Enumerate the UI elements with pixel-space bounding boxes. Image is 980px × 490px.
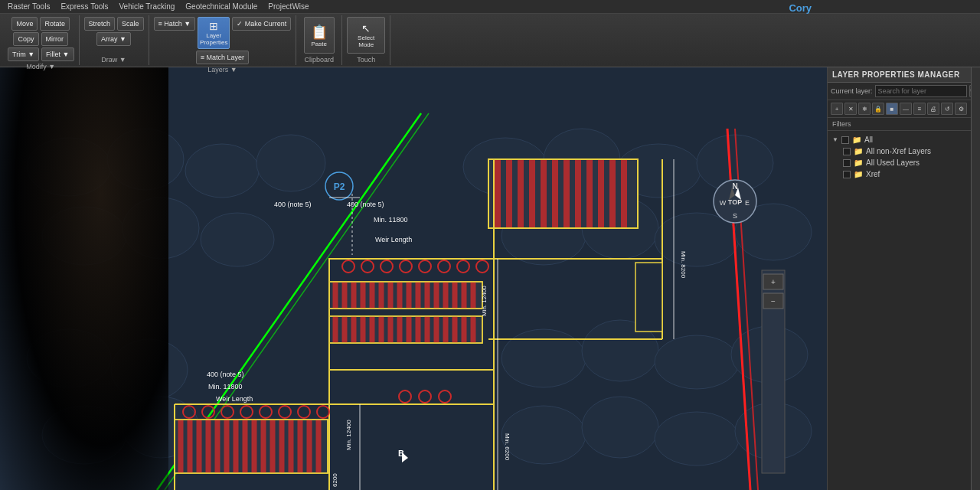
svg-text:Min. 8200: Min. 8200: [680, 251, 687, 279]
layer-tree: ▼ 📁 All 📁 All non-Xref Layers 📁 All Used…: [828, 131, 980, 490]
menu-bar: Raster Tools Express Tools Vehicle Track…: [0, 0, 980, 14]
svg-text:Weir Length: Weir Length: [216, 395, 253, 403]
svg-text:Weir Length: Weir Length: [375, 236, 412, 243]
menu-vehicle-tracking[interactable]: Vehicle Tracking: [114, 2, 179, 11]
delete-layer-btn[interactable]: ✕: [844, 103, 857, 115]
svg-point-2: [107, 129, 184, 190]
tree-checkbox-xref[interactable]: [843, 171, 851, 178]
tree-folder-icon-non-xref: 📁: [854, 147, 863, 155]
tree-checkbox-all[interactable]: [841, 136, 849, 144]
tree-folder-icon-used: 📁: [854, 158, 863, 167]
svg-point-26: [655, 412, 739, 466]
lock-btn[interactable]: 🔒: [872, 103, 884, 115]
toolbar-group-clipboard: 📋 Paste Clipboard: [296, 15, 342, 65]
menu-geotechnical-module[interactable]: Geotechnical Module: [181, 2, 262, 11]
menu-express-tools[interactable]: Express Tools: [56, 2, 113, 11]
svg-text:Min. 11800: Min. 11800: [374, 216, 408, 224]
tree-item-used[interactable]: 📁 All Used Layers: [843, 157, 975, 168]
tree-folder-icon: 📁: [852, 136, 861, 144]
tree-item-non-xref[interactable]: 📁 All non-Xref Layers: [843, 145, 975, 157]
svg-rect-112: [635, 263, 662, 332]
svg-text:P2: P2: [334, 181, 345, 192]
btn-array[interactable]: Array ▼: [96, 32, 131, 46]
btn-trim[interactable]: Trim ▼: [8, 47, 39, 61]
svg-text:Min. 11800: Min. 11800: [208, 383, 243, 390]
tree-item-label-used: All Used Layers: [866, 158, 920, 167]
svg-text:+: +: [771, 278, 776, 286]
layer-properties-panel: LAYER PROPERTIES MANAGER Current layer: …: [827, 67, 980, 490]
panel-toolbar: + ✕ ❄ 🔒 ■ — ≡ 🖨 ↺ ⚙: [828, 100, 980, 118]
toolbar-group-draw: Move Rotate Copy Mirror Trim ▼ Fillet ▼ …: [3, 15, 80, 65]
menu-raster-tools[interactable]: Raster Tools: [3, 2, 54, 11]
btn-scale[interactable]: Scale: [117, 17, 144, 31]
svg-text:N: N: [732, 182, 737, 191]
btn-layer-properties[interactable]: ⊞ LayerProperties: [198, 17, 230, 49]
btn-move[interactable]: Move: [11, 17, 38, 31]
btn-select-mode[interactable]: ↖ SelectMode: [347, 17, 385, 54]
svg-point-1: [27, 138, 111, 196]
svg-text:400 (note 5): 400 (note 5): [274, 201, 312, 208]
svg-text:Min. 6200: Min. 6200: [504, 433, 511, 461]
svg-point-9: [42, 207, 126, 265]
color-btn[interactable]: ■: [886, 103, 898, 115]
group-label-layers: Layers ▼: [207, 64, 237, 74]
svg-text:E: E: [745, 199, 750, 207]
freeze-btn[interactable]: ❄: [858, 103, 871, 115]
settings-btn[interactable]: ⚙: [955, 103, 967, 115]
btn-copy[interactable]: Copy: [13, 32, 38, 46]
svg-text:Min. 12400: Min. 12400: [481, 286, 488, 316]
svg-point-20: [655, 335, 739, 389]
btn-hatch[interactable]: ≡ Hatch ▼: [154, 17, 196, 31]
group-label-touch: Touch: [357, 54, 375, 64]
lineweight-btn[interactable]: ≡: [913, 103, 926, 115]
toolbar-group-touch: ↖ SelectMode Touch: [342, 15, 390, 65]
group-label-draw: Draw ▼: [101, 54, 126, 64]
filters-label: Filters: [828, 118, 980, 131]
svg-point-4: [256, 135, 325, 191]
tree-checkbox-non-xref[interactable]: [843, 148, 851, 155]
btn-fillet[interactable]: Fillet ▼: [41, 47, 74, 61]
btn-match-layer[interactable]: ≡ Match Layer: [196, 51, 249, 64]
tree-checkbox-used[interactable]: [843, 159, 851, 167]
tree-item-label-xref: Xref: [866, 170, 880, 178]
refresh-btn[interactable]: ↺: [941, 103, 953, 115]
menu-projectwise[interactable]: ProjectWise: [263, 2, 313, 11]
svg-point-11: [201, 213, 274, 266]
current-layer-label: Current layer:: [831, 87, 873, 95]
svg-text:400 (note 5): 400 (note 5): [207, 371, 244, 378]
svg-text:W: W: [720, 199, 727, 207]
svg-text:−: −: [771, 297, 776, 305]
svg-text:TOP: TOP: [728, 198, 742, 206]
svg-text:Min. 12400: Min. 12400: [345, 420, 352, 450]
btn-stretch[interactable]: Stretch: [84, 17, 116, 31]
tree-item-label-non-xref: All non-Xref Layers: [866, 147, 931, 155]
toolbar-group-layers: ≡ Hatch ▼ ⊞ LayerProperties ✓ Make Curre…: [149, 15, 297, 65]
btn-make-current[interactable]: ✓ Make Current: [232, 17, 291, 31]
main-area: P2 400 (note 5) 400 (note 5) Min. 11800 …: [0, 67, 980, 490]
linetype-btn[interactable]: —: [900, 103, 912, 115]
group-label-clipboard: Clipboard: [304, 54, 334, 64]
svg-point-24: [501, 406, 586, 464]
tree-folder-icon-xref: 📁: [854, 170, 863, 178]
toolbar: Move Rotate Copy Mirror Trim ▼ Fillet ▼ …: [0, 14, 980, 67]
toolbar-group-draw2: Stretch Scale Array ▼ Draw ▼: [80, 15, 149, 65]
layer-search-input[interactable]: [875, 85, 967, 97]
group-label-modify: Modify ▼: [26, 61, 55, 70]
svg-point-22: [42, 406, 126, 464]
svg-point-25: [582, 397, 658, 458]
btn-paste[interactable]: 📋 Paste: [304, 17, 335, 54]
svg-point-18: [501, 329, 586, 387]
btn-rotate[interactable]: Rotate: [40, 17, 70, 31]
svg-text:6200: 6200: [332, 473, 338, 487]
panel-scrollbar[interactable]: [971, 67, 980, 490]
user-name: Cory: [789, 2, 812, 14]
tree-item-xref[interactable]: 📁 Xref: [843, 168, 975, 180]
current-layer-row: Current layer: 🔍: [828, 83, 980, 100]
plot-btn[interactable]: 🖨: [927, 103, 939, 115]
tree-item-all[interactable]: ▼ 📁 All: [832, 134, 975, 145]
svg-point-3: [185, 144, 259, 198]
cad-canvas[interactable]: P2 400 (note 5) 400 (note 5) Min. 11800 …: [0, 67, 827, 490]
btn-mirror[interactable]: Mirror: [41, 32, 69, 46]
new-layer-btn[interactable]: +: [831, 103, 843, 115]
panel-title-text: LAYER PROPERTIES MANAGER: [828, 67, 980, 83]
